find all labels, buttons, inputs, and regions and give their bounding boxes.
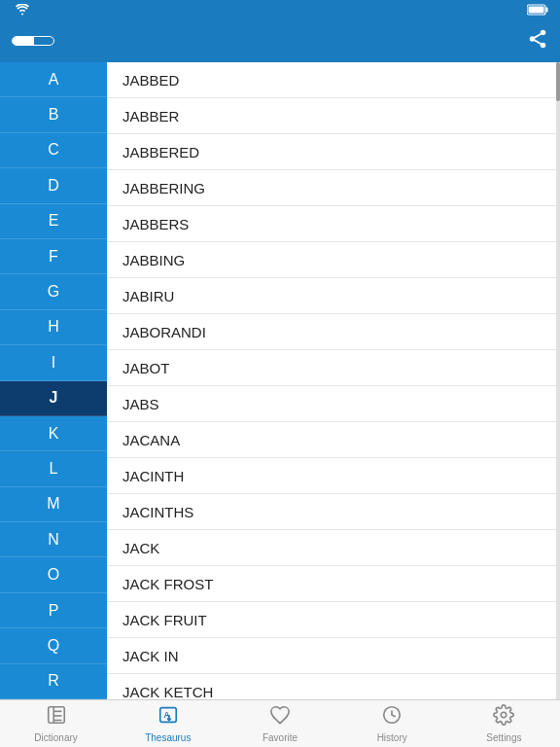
svg-line-6 xyxy=(535,40,541,44)
status-right xyxy=(523,4,548,16)
hindi-lang-button[interactable] xyxy=(34,37,53,45)
tab-settings[interactable]: Settings xyxy=(448,700,560,747)
svg-point-3 xyxy=(541,29,546,34)
word-item[interactable]: JACK xyxy=(107,530,560,566)
share-button[interactable] xyxy=(527,28,548,54)
word-item[interactable]: JACINTHS xyxy=(107,494,560,530)
tab-label-settings: Settings xyxy=(486,732,521,743)
tab-favorite[interactable]: Favorite xyxy=(224,700,335,747)
svg-rect-2 xyxy=(529,7,544,14)
word-item[interactable]: JABBERING xyxy=(107,170,560,206)
word-item[interactable]: JACINTH xyxy=(107,458,560,494)
settings-icon xyxy=(493,704,514,730)
alpha-item-p[interactable]: P xyxy=(0,593,107,628)
wifi-icon xyxy=(16,4,29,16)
word-item[interactable]: JACANA xyxy=(107,422,560,458)
alpha-item-j[interactable]: J xyxy=(0,381,107,416)
alpha-item-r[interactable]: R xyxy=(0,664,107,699)
tab-label-dictionary: Dictionary xyxy=(34,732,77,743)
alpha-item-a[interactable]: A xyxy=(0,62,107,97)
battery-icon xyxy=(527,4,548,16)
scrollbar-track[interactable] xyxy=(556,62,560,699)
status-left xyxy=(12,4,29,16)
share-icon xyxy=(527,28,548,50)
alpha-item-n[interactable]: N xyxy=(0,522,107,557)
history-icon xyxy=(381,704,402,730)
main-content: ABCDEFGHIJKLMNOPQR JABBEDJABBERJABBEREDJ… xyxy=(0,62,560,699)
tab-label-history: History xyxy=(377,732,407,743)
tab-thesaurus[interactable]: A Thesaurus xyxy=(112,700,224,747)
status-bar xyxy=(0,0,560,19)
word-item[interactable]: JABS xyxy=(107,386,560,422)
word-item[interactable]: JABBERS xyxy=(107,206,560,242)
tab-bar: Dictionary A Thesaurus Favorite History … xyxy=(0,699,560,747)
svg-point-4 xyxy=(530,36,536,42)
alpha-item-k[interactable]: K xyxy=(0,416,107,451)
header xyxy=(0,19,560,62)
alpha-item-g[interactable]: G xyxy=(0,274,107,309)
english-lang-button[interactable] xyxy=(13,37,32,45)
favorite-icon xyxy=(269,704,291,730)
alpha-item-f[interactable]: F xyxy=(0,239,107,274)
word-item[interactable]: JACK FROST xyxy=(107,566,560,602)
word-item[interactable]: JABBER xyxy=(107,98,560,134)
word-item[interactable]: JACK KETCH xyxy=(107,674,560,699)
tab-dictionary[interactable]: Dictionary xyxy=(0,700,112,747)
alpha-item-l[interactable]: L xyxy=(0,451,107,486)
alpha-item-d[interactable]: D xyxy=(0,168,107,203)
svg-point-17 xyxy=(502,712,508,718)
alpha-item-b[interactable]: B xyxy=(0,97,107,132)
alpha-item-i[interactable]: I xyxy=(0,345,107,380)
dictionary-icon xyxy=(46,704,67,730)
alpha-item-q[interactable]: Q xyxy=(0,628,107,663)
word-item[interactable]: JABBING xyxy=(107,242,560,278)
alpha-item-o[interactable]: O xyxy=(0,557,107,592)
alpha-item-e[interactable]: E xyxy=(0,204,107,239)
alpha-item-c[interactable]: C xyxy=(0,133,107,168)
word-item[interactable]: JABORANDI xyxy=(107,314,560,350)
svg-rect-1 xyxy=(546,8,548,13)
svg-point-5 xyxy=(541,42,546,47)
word-item[interactable]: JABBED xyxy=(107,62,560,98)
word-item[interactable]: JABOT xyxy=(107,350,560,386)
scrollbar-thumb[interactable] xyxy=(556,62,560,101)
word-item[interactable]: JACK FRUIT xyxy=(107,602,560,638)
tab-label-thesaurus: Thesaurus xyxy=(145,732,191,743)
svg-line-7 xyxy=(535,33,541,37)
tab-label-favorite: Favorite xyxy=(262,732,298,743)
alpha-item-h[interactable]: H xyxy=(0,310,107,345)
word-item[interactable]: JABBERED xyxy=(107,134,560,170)
word-item[interactable]: JACK IN xyxy=(107,638,560,674)
alpha-item-m[interactable]: M xyxy=(0,487,107,522)
word-item[interactable]: JABIRU xyxy=(107,278,560,314)
word-list: JABBEDJABBERJABBEREDJABBERINGJABBERSJABB… xyxy=(107,62,560,699)
tab-history[interactable]: History xyxy=(336,700,448,747)
language-toggle[interactable] xyxy=(12,36,54,46)
thesaurus-icon: A xyxy=(158,704,179,730)
alphabet-sidebar: ABCDEFGHIJKLMNOPQR xyxy=(0,62,107,699)
